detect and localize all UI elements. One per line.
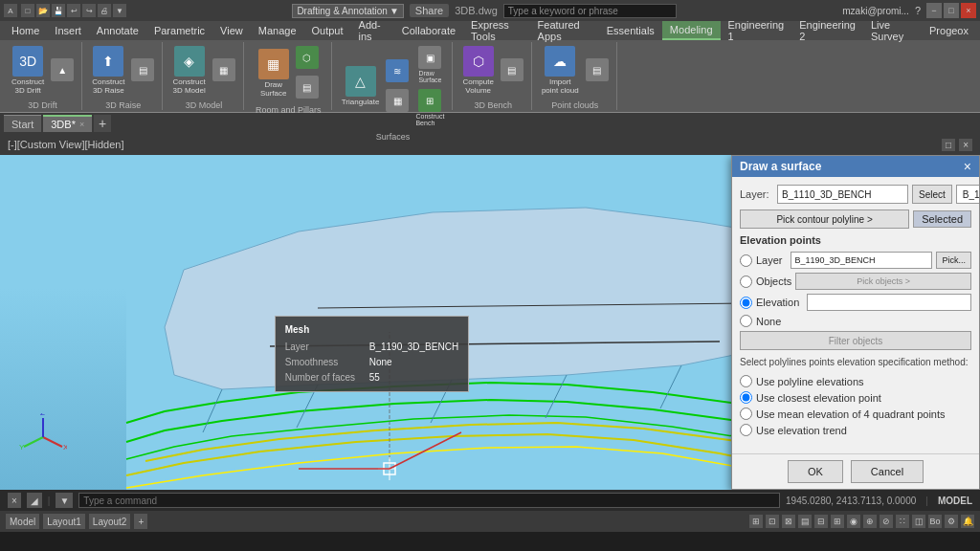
menu-modeling[interactable]: Modeling [662, 21, 721, 40]
room-extra1-btn[interactable]: ⬡ [294, 44, 321, 72]
radio-use-closest[interactable] [740, 391, 752, 404]
point-cloud-extra-btn[interactable]: ▤ [584, 56, 611, 84]
construct-bench-btn[interactable]: ⊞ ConstructBench [413, 87, 446, 128]
minimize-btn[interactable]: − [926, 3, 942, 18]
share-btn[interactable]: Share [410, 4, 449, 17]
status-ortho-icon[interactable]: ⊠ [782, 515, 795, 528]
more-btn[interactable]: ▼ [113, 4, 126, 17]
layer-elev-input[interactable] [791, 252, 933, 269]
layout2-btn[interactable]: Layout2 [89, 514, 131, 529]
status-lwt-icon[interactable]: ◉ [847, 515, 860, 528]
construct-3d-drift-btn[interactable]: 3D Construct3D Drift [10, 44, 46, 97]
menu-essentials[interactable]: Essentials [599, 21, 662, 40]
workspace-selector[interactable]: Drafting & Annotation ▼ [292, 4, 403, 18]
coords-pick-btn[interactable]: ◢ [27, 493, 42, 508]
model-btn[interactable]: Model [6, 514, 39, 529]
dialog-close-btn[interactable]: × [964, 160, 971, 173]
command-input[interactable] [78, 493, 780, 508]
3d-bench-extra-btn[interactable]: ▤ [499, 56, 525, 84]
radio-elevation[interactable] [740, 297, 752, 309]
draw-surface-btn[interactable]: ▦ DrawSurface [256, 47, 291, 99]
view-restore-btn[interactable]: □ [942, 139, 955, 151]
layer-select[interactable]: B_1110_3D_BEN( [956, 185, 979, 204]
menu-engineering2[interactable]: Engineering 2 [791, 21, 863, 40]
menu-progeox[interactable]: Progeox [922, 21, 976, 40]
status-gear-icon[interactable]: ⚙ [945, 515, 958, 528]
construct-3d-model-btn[interactable]: ◈ Construct3D Model [170, 44, 207, 97]
menu-home[interactable]: Home [4, 21, 47, 40]
menu-addins[interactable]: Add-ins [351, 21, 394, 40]
titlebar-left: A □ 📂 💾 ↩ ↪ 🖨 ▼ [4, 4, 126, 17]
3d-raise-extra-btn[interactable]: ▤ [129, 56, 156, 84]
radio-objects[interactable] [740, 276, 752, 288]
pick-objects-btn[interactable]: Pick objects > [795, 273, 971, 290]
status-polar-icon[interactable]: ▤ [798, 515, 812, 528]
close-btn[interactable]: × [961, 3, 976, 18]
coords-nav-btn[interactable]: × [8, 493, 21, 508]
triangulate-btn[interactable]: △ Triangulate [340, 64, 382, 108]
status-ws-icon[interactable]: ◫ [912, 515, 925, 528]
import-point-cloud-btn[interactable]: ☁ Importpoint cloud [540, 44, 581, 97]
radio-use-mean[interactable] [740, 408, 752, 420]
save-btn[interactable]: 💾 [52, 4, 65, 17]
search-box[interactable]: Type a keyword or phrase [503, 4, 677, 18]
tab-3db-close[interactable]: × [79, 120, 84, 129]
select-btn[interactable]: Select [912, 185, 952, 204]
viewport[interactable]: BACK X Y Z Mesh Layer B_1190_ [0, 155, 980, 490]
status-ann-icon[interactable]: ∷ [896, 515, 909, 528]
status-trans-icon[interactable]: ⊕ [863, 515, 877, 528]
draw-surface2-btn[interactable]: ▣ DrawSurface [413, 44, 446, 85]
view-close-btn[interactable]: × [959, 139, 972, 151]
new-tab-btn[interactable]: + [94, 115, 111, 132]
room-extra2-btn[interactable]: ▤ [294, 74, 321, 101]
menu-express-tools[interactable]: Express Tools [463, 21, 530, 40]
menu-featured-apps[interactable]: Featured Apps [530, 21, 599, 40]
radio-layer[interactable] [740, 254, 752, 267]
status-sel-icon[interactable]: ⊘ [880, 515, 893, 528]
menu-collaborate[interactable]: Collaborate [394, 21, 463, 40]
status-otrack-icon[interactable]: ⊞ [831, 515, 844, 528]
menu-view[interactable]: View [212, 21, 251, 40]
menu-live-survey[interactable]: Live Survey [863, 21, 922, 40]
3d-model-extra-btn[interactable]: ▦ [211, 56, 237, 84]
print-btn[interactable]: 🖨 [98, 4, 111, 17]
layout1-btn[interactable]: Layout1 [43, 514, 85, 529]
3d-drift-extra-btn[interactable]: ▲ [49, 56, 76, 84]
tab-start[interactable]: Start [4, 115, 41, 132]
ok-btn[interactable]: OK [788, 460, 843, 483]
menu-annotate[interactable]: Annotate [89, 21, 146, 40]
filter-objects-btn[interactable]: Filter objects [740, 331, 971, 350]
cancel-btn[interactable]: Cancel [851, 460, 924, 483]
open-btn[interactable]: 📂 [36, 4, 50, 17]
menu-engineering1[interactable]: Engineering 1 [721, 21, 792, 40]
menu-manage[interactable]: Manage [251, 21, 304, 40]
new-btn[interactable]: □ [21, 4, 34, 17]
elevation-value-input[interactable] [807, 294, 971, 311]
app-icon[interactable]: A [4, 4, 17, 17]
status-snap-icon[interactable]: ⊡ [766, 515, 779, 528]
pick-contour-btn[interactable]: Pick contour polyline > [740, 209, 909, 229]
status-grid-icon[interactable]: ⊞ [749, 515, 763, 528]
maximize-btn[interactable]: □ [944, 3, 959, 18]
construct-3d-raise-btn[interactable]: ⬆ Construct3D Raise [90, 44, 126, 97]
pick-layer-btn[interactable]: Pick... [936, 252, 971, 269]
surfaces-extra1-btn[interactable]: ≋ [384, 57, 411, 85]
surfaces-extra2-btn[interactable]: ▦ [384, 87, 411, 115]
radio-none[interactable] [740, 315, 752, 327]
status-bo-icon[interactable]: Bo [928, 515, 942, 528]
undo-btn[interactable]: ↩ [67, 4, 80, 17]
radio-use-trend[interactable] [740, 424, 752, 436]
menu-parametric[interactable]: Parametric [146, 21, 212, 40]
status-bell-icon[interactable]: 🔔 [961, 515, 974, 528]
radio-use-polyline[interactable] [740, 375, 752, 387]
menu-output[interactable]: Output [304, 21, 351, 40]
menu-insert[interactable]: Insert [47, 21, 89, 40]
help-btn[interactable]: ? [915, 5, 921, 16]
tab-3db[interactable]: 3DB* × [43, 115, 92, 132]
new-layout-btn[interactable]: + [134, 514, 147, 529]
compute-volume-btn[interactable]: ⬡ ComputeVolume [460, 44, 495, 97]
status-isnap-icon[interactable]: ⊟ [814, 515, 828, 528]
coords-dropdown-btn[interactable]: ▼ [56, 493, 73, 508]
layer-input[interactable] [777, 185, 908, 204]
redo-btn[interactable]: ↪ [82, 4, 96, 17]
